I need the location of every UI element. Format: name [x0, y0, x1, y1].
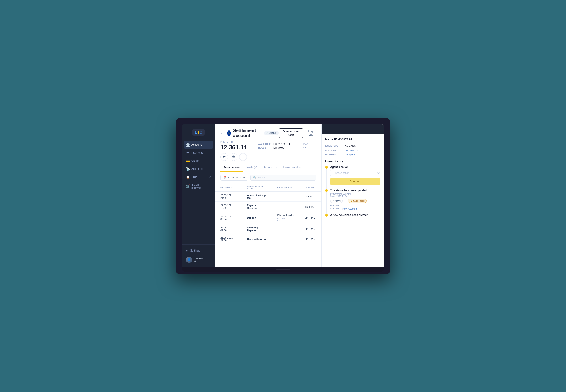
filter-row: 📅 1 - 21 Feb 2021 🔍 Search — [215, 172, 321, 183]
bic-key-label: BIC — [303, 146, 309, 149]
sidebar-item-cards[interactable]: 💳 Cards — [184, 157, 213, 165]
history-title-ticket: A new ticket has been created — [330, 213, 380, 217]
tab-holds[interactable]: Holds (4) — [243, 164, 261, 172]
table-header-row: DATE/TIME ↓ TRANSACTION TYPE CARDHOLDER … — [215, 183, 321, 192]
back-button[interactable]: ← — [220, 131, 224, 135]
cell-datetime: 24.05.2021 18:02 — [215, 201, 242, 211]
check-icon: ✓ — [332, 200, 334, 202]
meta-key-issue-type: ISSUE TYPE — [325, 144, 343, 147]
sidebar-item-accounts-label: Accounts — [191, 143, 202, 146]
main-content: ← 🇪🇺 Settlement account ✓ Active Open cu… — [215, 125, 321, 267]
cell-type: Cash withdrawal — [242, 234, 272, 244]
history-item-status-update: The status has been updated by Cameron W… — [325, 189, 380, 210]
user-profile-row[interactable]: 👤 Cameron W. ··· — [184, 255, 213, 265]
date-filter[interactable]: 📅 1 - 21 Feb 2021 — [220, 175, 248, 181]
cell-desc: BP TRA... — [299, 234, 321, 244]
cell-datetime: 21.05.2021 21:30 — [215, 234, 242, 244]
lock-icon: 🔒 — [350, 200, 352, 202]
status-pill-suspended: 🔒 Suspended — [348, 199, 367, 203]
right-panel: Issue ID 45652224 ISSUE TYPE AML Alert A… — [321, 125, 384, 267]
status-flow: ✓ Active → 🔒 Suspended — [330, 199, 380, 203]
sidebar-item-acquiring[interactable]: 📡 Acquiring — [184, 165, 213, 173]
issue-id: Issue ID 45652224 — [325, 138, 380, 141]
meta-link-company[interactable]: Hindgeek — [345, 153, 355, 156]
app-logo: E I C — [192, 129, 204, 136]
sidebar: E I C 🏦 Accounts ⇄ Payments 💳 Cards — [182, 125, 215, 267]
available-key-label: AVAILABLE — [258, 143, 272, 145]
tab-linked-services[interactable]: Linked services — [280, 164, 305, 172]
history-item-ticket: A new ticket has been created — [325, 213, 380, 218]
cell-type: Account set -up fee — [242, 191, 272, 201]
iban-row: IBAN — [303, 143, 309, 145]
iban-key-label: IBAN — [303, 143, 309, 145]
logout-button[interactable]: Log out — [305, 128, 316, 138]
transactions-table-container: DATE/TIME ↓ TRANSACTION TYPE CARDHOLDER … — [215, 183, 321, 267]
sidebar-item-ecom[interactable]: 🛒 E Com gateway ↗ — [184, 181, 213, 191]
acquiring-icon: 📡 — [186, 167, 189, 171]
balance-section: Balance, EUR 12 361.11 — [220, 141, 247, 151]
history-dot-3 — [325, 214, 328, 217]
holds-value: EUR 0.00 — [273, 146, 284, 149]
sidebar-item-erp[interactable]: 📋 ERP ↗ — [184, 173, 213, 181]
table-row[interactable]: 21.05.2021 21:30 Cash withdrawal BP TRA.… — [215, 234, 321, 244]
sidebar-item-payments[interactable]: ⇄ Payments — [184, 149, 213, 156]
balance-row: Balance, EUR 12 361.11 AVAILABLE EUR 12 … — [220, 141, 309, 151]
payments-icon: ⇄ — [186, 151, 189, 154]
settings-nav-item[interactable]: ⚙ Settings — [184, 247, 213, 254]
holds-key-label: HOLDS — [258, 147, 272, 149]
table-row[interactable]: 25.05.2021 21:06 Account set -up fee Fee… — [215, 191, 321, 201]
history-content-1: Agent's action Choose action Continue — [330, 166, 380, 185]
issue-meta-table: ISSUE TYPE AML Alert ACCOUNT For savings… — [325, 144, 380, 156]
bank-button[interactable]: 🏛 — [230, 153, 237, 161]
balance-details: AVAILABLE EUR 12 361.11 HOLDS EUR 0.00 — [258, 143, 290, 149]
cell-cardholder — [272, 234, 299, 244]
more-button[interactable]: ··· — [239, 153, 247, 161]
sort-icon: ↓ — [233, 186, 234, 189]
status-check-icon: ✓ — [266, 132, 268, 135]
tab-transactions[interactable]: Transactions — [220, 164, 243, 172]
account-key-label: ACCOUNT — [330, 208, 341, 210]
continue-button[interactable]: Continue — [330, 178, 380, 185]
meta-link-account[interactable]: For savings — [345, 149, 358, 152]
sidebar-item-ecom-label: E Com gateway — [191, 183, 207, 189]
cell-cardholder — [272, 224, 299, 234]
cell-type: Payment Reversal — [242, 201, 272, 211]
table-row[interactable]: 22.05.2021 09:00 Incoming Payment BP TRA… — [215, 224, 321, 234]
account-val-link[interactable]: New Account — [342, 207, 357, 210]
cell-cardholder — [272, 191, 299, 201]
reason-key-label: Reason — [330, 204, 339, 206]
tabs-row: Transactions Holds (4) Statements Linked… — [215, 164, 321, 172]
meta-key-company: COMPANY — [325, 153, 343, 156]
cell-desc: Fee for... — [299, 191, 321, 201]
available-row: AVAILABLE EUR 12 361.11 — [258, 143, 290, 145]
cell-datetime: 22.05.2021 09:00 — [215, 224, 242, 234]
arrow-icon: → — [344, 199, 347, 202]
meta-key-account: ACCOUNT — [325, 149, 343, 152]
history-title-agent: Agent's action — [330, 166, 380, 169]
open-issue-button[interactable]: Open current issue — [279, 128, 303, 138]
search-filter[interactable]: 🔍 Search — [250, 175, 316, 181]
laptop-notch — [276, 269, 290, 270]
settings-icon: ⚙ — [186, 249, 189, 252]
transactions-table: DATE/TIME ↓ TRANSACTION TYPE CARDHOLDER … — [215, 183, 321, 244]
table-row[interactable]: 24.05.2021 18:02 Payment Reversal Inc. p… — [215, 201, 321, 211]
cell-cardholder: Dianne Russlin 3211 45** **** 4571 — [272, 211, 299, 224]
sidebar-bottom: ⚙ Settings 👤 Cameron W. ··· — [182, 244, 215, 267]
balance-amount: 12 361.11 — [220, 144, 247, 151]
history-content-2: The status has been updated by Cameron W… — [330, 189, 380, 210]
transfer-button[interactable]: ⇄ — [220, 153, 228, 161]
cell-desc: BP TRA... — [299, 211, 321, 224]
sidebar-item-erp-label: ERP — [191, 175, 197, 179]
agent-action-select[interactable]: Choose action — [330, 169, 380, 176]
settings-label: Settings — [190, 249, 200, 252]
tab-statements[interactable]: Statements — [261, 164, 280, 172]
ecom-ext-icon: ↗ — [209, 185, 211, 187]
accounts-icon: 🏦 — [186, 143, 189, 147]
eu-flag-icon: 🇪🇺 — [227, 130, 231, 136]
table-row[interactable]: 24.05.2021 09:34 Deposit Dianne Russlin … — [215, 211, 321, 224]
col-datetime: DATE/TIME ↓ — [215, 183, 242, 192]
sidebar-item-accounts[interactable]: 🏦 Accounts — [184, 141, 213, 149]
user-menu-icon[interactable]: ··· — [208, 258, 211, 262]
panel-body: Issue ID 45652224 ISSUE TYPE AML Alert A… — [322, 134, 384, 267]
panel-header-label — [325, 127, 326, 131]
